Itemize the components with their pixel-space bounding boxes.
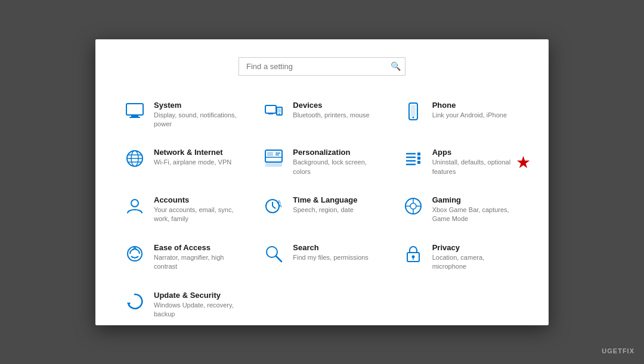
privacy-title: Privacy bbox=[432, 243, 520, 252]
devices-text: Devices Bluetooth, printers, mouse bbox=[293, 101, 369, 120]
settings-grid: System Display, sound, notifications, po… bbox=[119, 94, 525, 326]
setting-item-devices[interactable]: Devices Bluetooth, printers, mouse bbox=[258, 94, 385, 136]
setting-item-ease[interactable]: Ease of Access Narrator, magnifier, high… bbox=[119, 236, 246, 279]
update-icon bbox=[124, 291, 145, 312]
privacy-text: Privacy Location, camera, microphone bbox=[432, 243, 520, 272]
network-icon bbox=[124, 148, 145, 169]
system-title: System bbox=[154, 101, 242, 110]
personalization-desc: Background, lock screen, colors bbox=[293, 158, 380, 176]
search-input[interactable] bbox=[239, 57, 405, 76]
phone-text: Phone Link your Android, iPhone bbox=[432, 101, 507, 120]
ease-text: Ease of Access Narrator, magnifier, high… bbox=[154, 243, 242, 272]
watermark: UGETFIX bbox=[602, 347, 634, 354]
svg-line-32 bbox=[273, 206, 275, 209]
svg-rect-1 bbox=[131, 115, 138, 117]
search-icon bbox=[263, 243, 284, 265]
setting-item-privacy[interactable]: Privacy Location, camera, microphone bbox=[398, 236, 525, 279]
privacy-desc: Location, camera, microphone bbox=[432, 253, 520, 272]
svg-rect-2 bbox=[129, 117, 140, 118]
setting-item-apps[interactable]: Apps Uninstall, defaults, optional featu… bbox=[398, 141, 525, 183]
svg-point-10 bbox=[412, 116, 414, 118]
svg-line-45 bbox=[276, 256, 281, 262]
ease-title: Ease of Access bbox=[154, 243, 242, 252]
accounts-icon bbox=[124, 195, 145, 217]
setting-item-accounts[interactable]: Accounts Your accounts, email, sync, wor… bbox=[119, 188, 246, 231]
personalization-icon bbox=[263, 148, 284, 169]
update-title: Update & Security bbox=[154, 291, 242, 300]
search-text: Search Find my files, permissions bbox=[293, 243, 369, 262]
svg-rect-7 bbox=[278, 108, 281, 113]
svg-text:A: A bbox=[279, 204, 282, 208]
svg-point-47 bbox=[411, 255, 414, 258]
svg-rect-9 bbox=[411, 105, 416, 116]
svg-point-6 bbox=[279, 113, 280, 114]
time-title: Time & Language bbox=[293, 195, 357, 204]
personalization-title: Personalization bbox=[293, 148, 380, 157]
update-text: Update & Security Windows Update, recove… bbox=[154, 291, 242, 319]
gaming-text: Gaming Xbox Game Bar, captures, Game Mod… bbox=[432, 195, 520, 224]
setting-item-search[interactable]: Search Find my files, permissions bbox=[258, 236, 385, 279]
devices-title: Devices bbox=[293, 101, 369, 110]
svg-rect-17 bbox=[265, 162, 282, 167]
phone-title: Phone bbox=[432, 101, 507, 110]
gaming-icon bbox=[402, 195, 424, 217]
phone-icon bbox=[402, 101, 424, 122]
system-text: System Display, sound, notifications, po… bbox=[154, 101, 242, 129]
personalization-text: Personalization Background, lock screen,… bbox=[293, 148, 380, 176]
svg-point-29 bbox=[131, 200, 138, 207]
devices-desc: Bluetooth, printers, mouse bbox=[293, 111, 369, 120]
setting-item-time[interactable]: A A Time & Language Speech, region, date bbox=[258, 188, 385, 231]
ease-icon bbox=[124, 243, 145, 265]
update-desc: Windows Update, recovery, backup bbox=[154, 301, 242, 319]
time-desc: Speech, region, date bbox=[293, 206, 357, 214]
svg-point-36 bbox=[410, 203, 416, 209]
phone-desc: Link your Android, iPhone bbox=[432, 111, 507, 120]
setting-item-personalization[interactable]: Personalization Background, lock screen,… bbox=[258, 141, 385, 183]
accounts-text: Accounts Your accounts, email, sync, wor… bbox=[154, 195, 242, 224]
apps-desc: Uninstall, defaults, optional features bbox=[432, 158, 520, 176]
setting-item-update[interactable]: Update & Security Windows Update, recove… bbox=[119, 284, 246, 326]
settings-grid-wrapper: System Display, sound, notifications, po… bbox=[119, 94, 525, 326]
network-text: Network & Internet Wi-Fi, airplane mode,… bbox=[154, 148, 231, 167]
time-icon: A A bbox=[263, 195, 284, 217]
apps-text: Apps Uninstall, defaults, optional featu… bbox=[432, 148, 520, 176]
gaming-title: Gaming bbox=[432, 195, 520, 204]
apps-icon bbox=[402, 148, 424, 169]
search-icon: 🔍 bbox=[391, 61, 401, 71]
search-title: Search bbox=[293, 243, 369, 252]
accounts-desc: Your accounts, email, sync, work, family bbox=[154, 206, 242, 224]
devices-icon bbox=[263, 101, 284, 122]
time-text: Time & Language Speech, region, date bbox=[293, 195, 357, 214]
setting-item-system[interactable]: System Display, sound, notifications, po… bbox=[119, 94, 246, 136]
svg-rect-19 bbox=[267, 152, 273, 156]
setting-item-phone[interactable]: Phone Link your Android, iPhone bbox=[398, 94, 525, 136]
gaming-desc: Xbox Game Bar, captures, Game Mode bbox=[432, 206, 520, 224]
setting-item-network[interactable]: Network & Internet Wi-Fi, airplane mode,… bbox=[119, 141, 246, 183]
network-title: Network & Internet bbox=[154, 148, 231, 157]
svg-rect-27 bbox=[417, 157, 420, 160]
accounts-title: Accounts bbox=[154, 195, 242, 204]
system-desc: Display, sound, notifications, power bbox=[154, 111, 242, 129]
privacy-icon bbox=[402, 243, 424, 265]
svg-rect-0 bbox=[126, 104, 143, 115]
apps-title: Apps bbox=[432, 148, 520, 157]
ease-desc: Narrator, magnifier, high contrast bbox=[154, 253, 242, 272]
svg-rect-3 bbox=[265, 105, 276, 113]
svg-rect-28 bbox=[417, 161, 420, 164]
svg-rect-26 bbox=[417, 153, 420, 155]
network-desc: Wi-Fi, airplane mode, VPN bbox=[154, 158, 231, 167]
setting-item-gaming[interactable]: Gaming Xbox Game Bar, captures, Game Mod… bbox=[398, 188, 525, 231]
search-container: 🔍 bbox=[239, 57, 405, 76]
system-icon bbox=[124, 101, 145, 122]
settings-window: 🔍 System Display, sound, notifications, … bbox=[95, 39, 549, 325]
svg-rect-4 bbox=[268, 113, 273, 114]
search-desc: Find my files, permissions bbox=[293, 253, 369, 262]
